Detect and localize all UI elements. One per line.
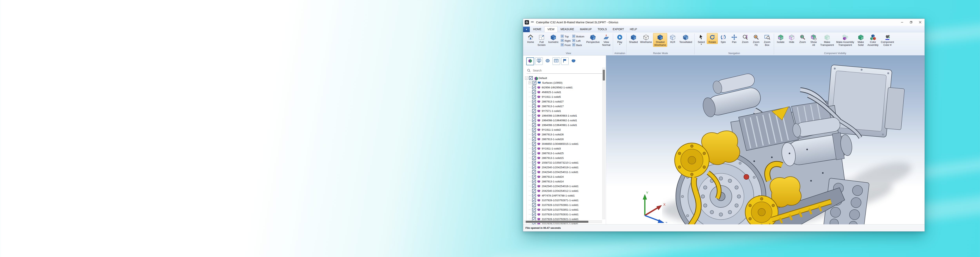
menu-tab-measure[interactable]: MEASURE: [558, 27, 577, 32]
tree-item[interactable]: 9Y1911-1-solid2: [523, 127, 606, 132]
tree-item[interactable]: 2867913-1-solid27: [523, 99, 606, 104]
zoom-box-button[interactable]: ZoomBox: [762, 33, 773, 47]
panel-tab-record[interactable]: [544, 57, 551, 65]
scrollbar-thumb[interactable]: [526, 221, 589, 223]
tree-item[interactable]: 3107928-1/310792831-1-solid1: [523, 212, 606, 217]
collapse-icon[interactable]: −: [525, 76, 528, 79]
visibility-checkbox[interactable]: [532, 86, 536, 89]
visibility-checkbox[interactable]: [532, 161, 536, 165]
view-normal-button[interactable]: ViewNormal: [601, 33, 612, 47]
search-input[interactable]: [533, 69, 592, 72]
tree-vertical-scrollbar[interactable]: [602, 68, 605, 219]
play-button[interactable]: Play▼: [614, 33, 625, 46]
home-button[interactable]: Home: [525, 33, 536, 44]
view-face-button-front[interactable]: Front: [560, 43, 571, 47]
visibility-checkbox[interactable]: [532, 194, 536, 197]
tree-item[interactable]: 2042540-1/204254011-1-solid1: [523, 170, 606, 175]
visibility-checkbox[interactable]: [532, 184, 536, 188]
make-assembly-transparent-button[interactable]: Make AssemblyTransparent: [835, 33, 855, 47]
visibility-checkbox[interactable]: [532, 203, 536, 207]
visibility-checkbox[interactable]: [532, 213, 536, 216]
view-face-button-right[interactable]: Right: [560, 39, 571, 43]
spin-button[interactable]: Spin: [718, 33, 729, 44]
panel-tab-monitor[interactable]: [535, 57, 543, 65]
shaded-wireframe-button[interactable]: ShadedWireframe: [653, 33, 667, 47]
isometric-button[interactable]: Isometric: [547, 33, 560, 44]
view-face-button-back[interactable]: Back: [572, 43, 584, 47]
visibility-checkbox[interactable]: [533, 81, 536, 85]
tree-item[interactable]: 6I2956-1/6I29562-1-solid1: [523, 85, 606, 90]
tree-item[interactable]: 1964098-1/19640981-1-solid1: [523, 123, 606, 127]
view-face-button-bottom[interactable]: Bottom: [572, 34, 584, 39]
tree-item[interactable]: 2867913-1-solid16: [523, 137, 606, 141]
isolate-button[interactable]: Isolate: [775, 33, 786, 44]
tessellated-button[interactable]: Tessellated: [678, 33, 693, 44]
menu-tab-tools[interactable]: TOOLS: [595, 27, 610, 32]
visibility-checkbox[interactable]: [532, 109, 536, 113]
restore-button[interactable]: [907, 19, 915, 25]
expand-icon[interactable]: +: [528, 81, 531, 84]
pan-button[interactable]: Pan: [729, 33, 740, 44]
menu-tab-help[interactable]: HELP: [627, 27, 640, 32]
quick-access-icon[interactable]: [531, 21, 534, 23]
close-button[interactable]: [915, 19, 924, 25]
color-assembly-button[interactable]: ColorAssembly: [866, 33, 880, 47]
tree-item[interactable]: 9Y1911-1-solid3: [523, 146, 606, 151]
visibility-checkbox[interactable]: [529, 76, 533, 80]
visibility-checkbox[interactable]: [532, 175, 536, 179]
visibility-checkbox[interactable]: [532, 147, 536, 151]
view-face-button-top[interactable]: Top: [560, 34, 571, 39]
view-face-button-left[interactable]: Left: [572, 39, 584, 43]
rotate-button[interactable]: Rotate: [707, 33, 718, 44]
tree-item[interactable]: 2867913-1-solid26: [523, 132, 606, 137]
visibility-checkbox[interactable]: [532, 151, 536, 155]
scrollbar-thumb[interactable]: [603, 70, 605, 81]
tree-item[interactable]: 2867913-1-solid14: [523, 179, 606, 184]
hide-button[interactable]: Hide: [786, 33, 797, 44]
menu-tab-markup[interactable]: MARKUP: [577, 27, 595, 32]
visibility-checkbox[interactable]: [532, 114, 536, 117]
visibility-checkbox[interactable]: [532, 128, 536, 132]
tree-item[interactable]: 3107928-1/310792851-1-solid1: [523, 207, 606, 212]
visibility-checkbox[interactable]: [532, 208, 536, 211]
visibility-checkbox[interactable]: [532, 137, 536, 141]
make-transparent-button[interactable]: MakeTransparent: [819, 33, 835, 47]
visibility-checkbox[interactable]: [532, 170, 536, 174]
visibility-checkbox[interactable]: [532, 90, 536, 94]
tree-item[interactable]: 4N6925-1-solid1: [523, 90, 606, 94]
visibility-checkbox[interactable]: [532, 156, 536, 160]
visibility-checkbox[interactable]: [532, 123, 536, 127]
zoom-button[interactable]: Zoom: [740, 33, 751, 44]
tree-item[interactable]: 3046650-1/304665015-1-solid1: [523, 141, 606, 146]
menu-tab-export[interactable]: EXPORT: [610, 27, 627, 32]
panel-tab-solid-part[interactable]: [570, 57, 577, 65]
visibility-checkbox[interactable]: [532, 198, 536, 202]
tree-item[interactable]: 9Y1911-1-solid5: [523, 94, 606, 99]
visibility-checkbox[interactable]: [532, 189, 536, 193]
tree-item[interactable]: 3107928-1/310792861-1-solid1: [523, 203, 606, 207]
file-menu-button[interactable]: ▼: [523, 27, 530, 32]
tree-item[interactable]: 2042540-1/204254019-1-solid1: [523, 165, 606, 170]
hlr-button[interactable]: HLR: [667, 33, 678, 44]
tree-item[interactable]: +Surfaces (10950): [523, 80, 606, 85]
tree-item[interactable]: 2867913-1-solid15: [523, 155, 606, 160]
menu-tab-view[interactable]: VIEW: [544, 26, 558, 32]
show-all-button[interactable]: ShowAll: [808, 33, 819, 47]
engine-model[interactable]: [662, 56, 917, 224]
tree-item[interactable]: 2867913-1-solid25: [523, 151, 606, 155]
panel-tab-flag[interactable]: [561, 57, 569, 65]
tree-item[interactable]: 2867913-1-solid24: [523, 175, 606, 179]
visibility-checkbox[interactable]: [532, 119, 536, 122]
visibility-checkbox[interactable]: [532, 105, 536, 108]
zoom-fit-button[interactable]: ZoomFit: [751, 33, 762, 47]
zoom-button[interactable]: Zoom: [797, 33, 808, 44]
panel-tab-table[interactable]: [552, 57, 560, 65]
select-button[interactable]: Select▼: [696, 33, 707, 46]
tree-item[interactable]: −Default: [523, 76, 606, 80]
tree-horizontal-scrollbar[interactable]: [524, 221, 602, 223]
tree-item[interactable]: 2042540-1/204254012-1-solid1: [523, 189, 606, 193]
visibility-checkbox[interactable]: [532, 142, 536, 146]
visibility-checkbox[interactable]: [532, 165, 536, 169]
visibility-checkbox[interactable]: [532, 179, 536, 183]
panel-tab-assembly-color[interactable]: [526, 57, 534, 65]
